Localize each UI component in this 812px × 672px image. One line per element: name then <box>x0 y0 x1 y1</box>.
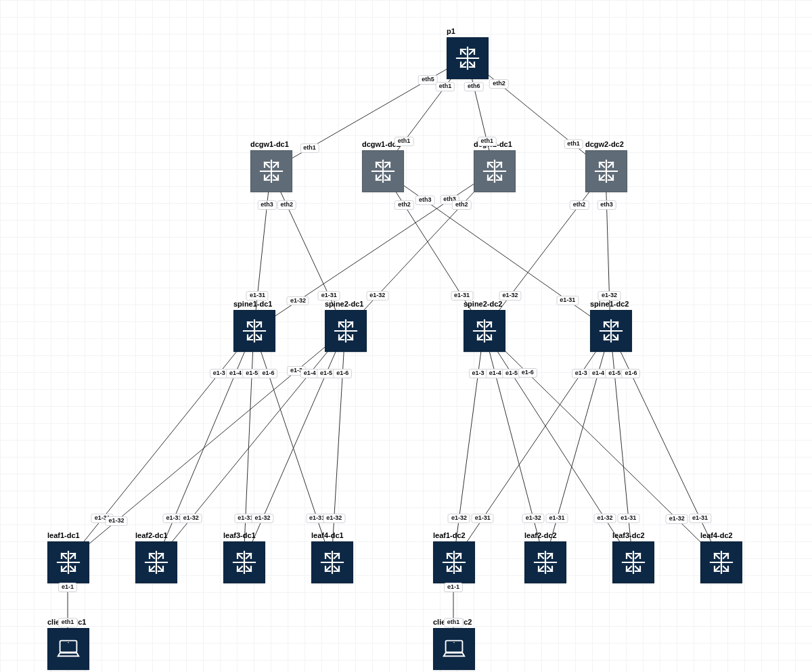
iface-label: e1-31 <box>318 291 340 300</box>
iface-label: e1-3 <box>469 369 488 378</box>
node-label: leaf3-dc2 <box>612 531 645 539</box>
router-icon <box>464 310 505 352</box>
iface-label: eth3 <box>597 200 616 210</box>
link-spine1_dc1-leaf4_dc1 <box>261 351 325 541</box>
router-icon <box>250 150 292 192</box>
iface-label: eth3 <box>415 196 435 205</box>
router-icon <box>612 541 654 583</box>
node-dcgw1_dc1[interactable]: dcgw1-dc1 <box>250 150 292 192</box>
node-label: spine1-dc1 <box>233 300 272 308</box>
link-spine2_dc2-leaf1_dc2 <box>456 351 481 541</box>
link-spine1_dc2-leaf3_dc2 <box>612 351 631 541</box>
router-icon <box>524 541 566 583</box>
node-spine1_dc1[interactable]: spine1-dc1 <box>233 310 275 352</box>
iface-label: e1-6 <box>333 369 352 378</box>
iface-label: eth2 <box>452 200 472 210</box>
iface-label: e1-31 <box>246 291 269 300</box>
node-label: spine2-dc1 <box>325 300 363 308</box>
node-leaf1_dc1[interactable]: leaf1-dc1 <box>47 541 89 583</box>
iface-label: eth1 <box>564 139 583 149</box>
node-leaf1_dc2[interactable]: leaf1-dc2 <box>433 541 475 583</box>
iface-label: e1-32 <box>666 514 688 524</box>
iface-label: eth1 <box>444 618 464 627</box>
node-label: spine1-dc2 <box>590 300 629 308</box>
router-icon <box>223 541 265 583</box>
iface-label: e1-31 <box>689 514 711 523</box>
node-label: leaf2-dc1 <box>135 531 168 539</box>
svg-point-105 <box>453 642 455 644</box>
node-label: p1 <box>447 27 455 35</box>
iface-label: eth1 <box>58 618 78 627</box>
iface-label: e1-1 <box>444 583 463 592</box>
router-icon <box>135 541 177 583</box>
link-spine1_dc1-leaf2_dc1 <box>164 351 246 541</box>
link-spine2_dc2-leaf3_dc2 <box>497 351 619 541</box>
link-spine1_dc2-leaf1_dc2 <box>467 351 596 541</box>
node-label: leaf3-dc1 <box>223 531 256 539</box>
router-icon <box>585 150 627 192</box>
node-spine2_dc1[interactable]: spine2-dc1 <box>325 310 367 352</box>
iface-label: e1-32 <box>180 514 202 523</box>
node-client1_dc1[interactable]: client1-dc1 <box>47 628 89 670</box>
router-icon <box>590 310 632 352</box>
iface-label: e1-3 <box>572 369 591 378</box>
iface-label: e1-31 <box>472 514 494 523</box>
node-leaf4_dc2[interactable]: leaf4-dc2 <box>700 541 742 583</box>
node-leaf2_dc2[interactable]: leaf2-dc2 <box>524 541 566 583</box>
node-label: leaf4-dc1 <box>311 531 344 539</box>
node-label: leaf4-dc2 <box>700 531 733 539</box>
iface-label: eth1 <box>436 82 455 91</box>
node-dcgw2_dc2[interactable]: dcgw2-dc2 <box>585 150 627 192</box>
node-leaf4_dc1[interactable]: leaf4-dc1 <box>311 541 353 583</box>
router-icon <box>700 541 742 583</box>
router-icon <box>474 150 516 192</box>
link-spine2_dc2-leaf2_dc2 <box>489 351 539 541</box>
iface-label: e1-31 <box>451 291 473 300</box>
iface-label: eth1 <box>300 143 319 153</box>
iface-label: e1-32 <box>366 291 388 300</box>
iface-label: e1-32 <box>105 516 127 526</box>
iface-label: e1-32 <box>593 514 616 523</box>
iface-label: eth2 <box>394 200 414 210</box>
node-client1_dc2[interactable]: client1-dc2 <box>433 628 475 670</box>
link-spine2_dc1-leaf4_dc1 <box>333 351 344 541</box>
node-label: spine2-dc2 <box>464 300 502 308</box>
link-spine2_dc1-leaf3_dc1 <box>252 351 336 541</box>
iface-label: e1-32 <box>251 514 273 523</box>
iface-label: eth2 <box>277 200 297 210</box>
link-spine1_dc1-leaf1_dc1 <box>84 351 238 541</box>
router-icon <box>233 310 275 352</box>
iface-label: e1-32 <box>448 514 470 523</box>
node-label: leaf1-dc1 <box>47 531 80 539</box>
node-leaf3_dc2[interactable]: leaf3-dc2 <box>612 541 654 583</box>
router-icon <box>311 541 353 583</box>
svg-point-103 <box>68 642 69 644</box>
router-icon <box>433 541 475 583</box>
iface-label: eth1 <box>394 137 414 146</box>
node-spine1_dc2[interactable]: spine1-dc2 <box>590 310 632 352</box>
iface-label: eth1 <box>477 137 497 146</box>
iface-label: e1-31 <box>556 296 579 305</box>
router-icon <box>362 150 404 192</box>
node-dcgw1_dc2[interactable]: dcgw1-dc2 <box>362 150 404 192</box>
iface-label: e1-32 <box>499 291 521 300</box>
iface-label: e1-32 <box>522 514 545 523</box>
node-leaf3_dc1[interactable]: leaf3-dc1 <box>223 541 265 583</box>
iface-label: e1-1 <box>58 583 77 592</box>
node-label: dcgw2-dc2 <box>585 140 624 148</box>
iface-label: e1-32 <box>598 291 621 300</box>
node-spine2_dc2[interactable]: spine2-dc2 <box>464 310 505 352</box>
iface-label: e1-6 <box>621 369 640 378</box>
iface-label: e1-32 <box>287 296 309 306</box>
node-leaf2_dc1[interactable]: leaf2-dc1 <box>135 541 177 583</box>
node-label: dcgw1-dc1 <box>250 140 289 148</box>
iface-label: e1-6 <box>518 368 537 378</box>
iface-label: eth5 <box>418 75 438 85</box>
node-p1[interactable]: p1 <box>447 37 489 79</box>
link-spine2_dc1-leaf1_dc1 <box>88 347 325 545</box>
node-dcgw2_dc1[interactable]: dcgw2-dc1 <box>474 150 516 192</box>
laptop-icon <box>47 628 89 670</box>
iface-label: e1-31 <box>617 514 639 523</box>
router-icon <box>447 37 489 79</box>
iface-label: eth2 <box>570 200 589 210</box>
